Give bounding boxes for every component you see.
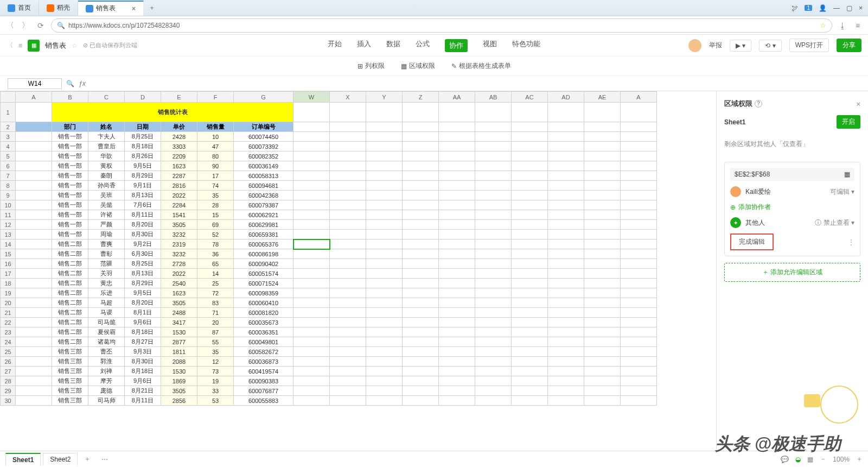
empty-cell[interactable] <box>512 191 548 200</box>
empty-cell[interactable] <box>293 230 330 239</box>
data-cell[interactable]: 52 <box>197 230 234 239</box>
data-cell[interactable]: 销售二部 <box>52 308 88 318</box>
empty-cell[interactable] <box>475 279 512 288</box>
data-cell[interactable]: 8月20日 <box>125 298 161 308</box>
empty-cell[interactable] <box>548 239 584 249</box>
data-cell[interactable]: 销售一部 <box>52 142 88 152</box>
empty-cell[interactable] <box>330 308 366 318</box>
data-cell[interactable]: 孙尚香 <box>88 181 125 191</box>
empty-cell[interactable] <box>548 396 584 406</box>
data-cell[interactable]: 17 <box>197 171 234 181</box>
empty-cell[interactable] <box>512 367 548 376</box>
column-header[interactable]: Z <box>403 92 439 103</box>
empty-cell[interactable] <box>330 269 366 279</box>
empty-cell[interactable] <box>621 220 657 230</box>
data-cell[interactable]: 严颜 <box>88 220 125 230</box>
empty-cell[interactable] <box>330 386 366 396</box>
empty-cell[interactable] <box>475 152 512 161</box>
empty-cell[interactable] <box>293 210 330 220</box>
empty-cell[interactable] <box>548 298 584 308</box>
empty-cell[interactable] <box>584 396 621 406</box>
sheet-tab-1[interactable]: Sheet1 <box>5 453 41 466</box>
empty-cell[interactable] <box>548 249 584 259</box>
empty-cell[interactable] <box>621 367 657 376</box>
data-cell[interactable]: 郭淮 <box>88 357 125 367</box>
data-cell[interactable]: 销售一部 <box>52 191 88 200</box>
maximize-icon[interactable]: ▢ <box>846 4 852 12</box>
data-cell[interactable]: 曹彰 <box>88 249 125 259</box>
data-cell[interactable]: 9月1日 <box>125 181 161 191</box>
data-cell[interactable]: 3417 <box>161 318 197 327</box>
empty-cell[interactable] <box>439 386 475 396</box>
empty-cell[interactable] <box>475 161 512 171</box>
others-permission-dropdown[interactable]: ⓘ 禁止查看 ▾ <box>815 218 854 228</box>
data-cell[interactable]: 销售二部 <box>52 327 88 337</box>
bookmark-star-icon[interactable]: ☆ <box>820 22 826 29</box>
empty-cell[interactable] <box>439 142 475 152</box>
empty-cell[interactable] <box>366 376 403 386</box>
data-cell[interactable]: 8月13日 <box>125 191 161 200</box>
empty-cell[interactable] <box>475 142 512 152</box>
data-cell[interactable]: 2287 <box>161 171 197 181</box>
row-header[interactable]: 21 <box>1 308 16 318</box>
empty-cell[interactable] <box>439 308 475 318</box>
empty-cell[interactable] <box>584 269 621 279</box>
empty-cell[interactable] <box>293 376 330 386</box>
empty-cell[interactable] <box>293 327 330 337</box>
empty-cell[interactable] <box>330 181 366 191</box>
empty-cell[interactable] <box>439 337 475 347</box>
data-cell[interactable]: 销售一部 <box>52 171 88 181</box>
empty-cell[interactable] <box>621 239 657 249</box>
empty-cell[interactable] <box>621 210 657 220</box>
data-cell[interactable]: 2540 <box>161 279 197 288</box>
empty-cell[interactable] <box>403 367 439 376</box>
empty-cell[interactable] <box>366 230 403 239</box>
empty-cell[interactable] <box>512 142 548 152</box>
data-cell[interactable]: 7月6日 <box>125 200 161 210</box>
column-header[interactable]: B <box>52 92 88 103</box>
data-cell[interactable]: 马谡 <box>88 308 125 318</box>
empty-cell[interactable] <box>330 259 366 269</box>
empty-cell[interactable] <box>439 327 475 337</box>
row-header[interactable]: 25 <box>1 347 16 357</box>
empty-cell[interactable] <box>403 337 439 347</box>
empty-cell[interactable] <box>475 347 512 357</box>
cell-reference-input[interactable] <box>8 78 62 89</box>
data-cell[interactable]: 销售二部 <box>52 279 88 288</box>
empty-cell[interactable] <box>293 142 330 152</box>
data-cell[interactable]: 1530 <box>161 367 197 376</box>
empty-cell[interactable] <box>621 298 657 308</box>
empty-cell[interactable] <box>403 152 439 161</box>
empty-cell[interactable] <box>366 191 403 200</box>
empty-cell[interactable] <box>293 318 330 327</box>
empty-cell[interactable] <box>512 396 548 406</box>
data-cell[interactable]: 司马师 <box>88 396 125 406</box>
empty-cell[interactable] <box>330 298 366 308</box>
menu-start[interactable]: 开始 <box>328 39 342 52</box>
data-cell[interactable]: 55 <box>197 337 234 347</box>
column-header[interactable]: X <box>330 92 366 103</box>
empty-cell[interactable] <box>293 396 330 406</box>
empty-cell[interactable] <box>403 347 439 357</box>
menu-icon[interactable]: ≡ <box>853 21 863 30</box>
data-cell[interactable]: 600582672 <box>234 347 293 357</box>
add-sheet-button[interactable]: ＋ <box>80 455 95 464</box>
empty-cell[interactable] <box>403 318 439 327</box>
empty-cell[interactable] <box>439 200 475 210</box>
empty-cell[interactable] <box>475 132 512 142</box>
empty-cell[interactable] <box>330 347 366 357</box>
column-header[interactable]: AC <box>512 92 548 103</box>
empty-cell[interactable] <box>512 230 548 239</box>
data-cell[interactable]: 销售二部 <box>52 318 88 327</box>
empty-cell[interactable] <box>293 347 330 357</box>
empty-cell[interactable] <box>293 298 330 308</box>
empty-cell[interactable] <box>621 357 657 367</box>
empty-cell[interactable] <box>330 327 366 337</box>
empty-cell[interactable] <box>621 230 657 239</box>
empty-cell[interactable] <box>584 132 621 142</box>
data-cell[interactable]: 90 <box>197 161 234 171</box>
row-header[interactable]: 17 <box>1 269 16 279</box>
row-header[interactable]: 7 <box>1 171 16 181</box>
data-cell[interactable]: 600629981 <box>234 220 293 230</box>
add-collaborator-button[interactable]: ⊕添加协作者 <box>730 203 854 212</box>
